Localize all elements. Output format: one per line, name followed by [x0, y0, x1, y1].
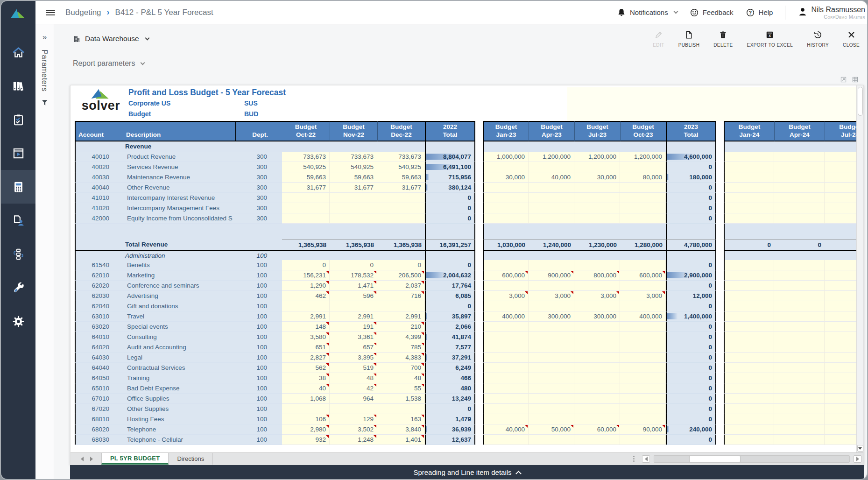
grid-cell[interactable]: 64020 — [75, 342, 123, 353]
close-button[interactable]: CLOSE — [843, 30, 860, 48]
grid-cell[interactable]: 715,956 — [425, 172, 475, 183]
sidebar-item-home[interactable] — [1, 35, 35, 69]
sidebar-item-tasks[interactable] — [1, 103, 35, 136]
grid-cell[interactable]: 1,290 — [282, 281, 330, 291]
grid-cell[interactable]: 210 — [377, 322, 425, 332]
grid-cell[interactable]: 100 — [235, 250, 282, 260]
edit-button[interactable]: EDIT — [653, 30, 664, 48]
grid-cell[interactable]: 6,249 — [425, 363, 475, 373]
grid-cell[interactable]: 3,000 — [574, 291, 620, 301]
grid-cell[interactable]: 64010 — [75, 332, 123, 342]
grid-cell[interactable] — [825, 435, 856, 445]
grid-cell[interactable] — [620, 250, 666, 260]
grid-cell[interactable] — [724, 414, 774, 424]
grid-cell[interactable]: 100 — [235, 394, 282, 404]
grid-cell[interactable] — [483, 250, 529, 260]
grid-cell[interactable]: 40,000 — [529, 172, 574, 183]
grid-cell[interactable]: 562 — [282, 363, 330, 373]
breadcrumb-section[interactable]: Budgeting — [65, 8, 101, 17]
grid-cell[interactable] — [529, 162, 574, 172]
grid-cell[interactable]: Product Revenue — [123, 152, 235, 162]
grid-cell[interactable]: 90,000 — [620, 424, 666, 435]
sheet-prev-icon[interactable] — [81, 457, 84, 461]
grid-cell[interactable]: 2,900,000 — [666, 270, 716, 281]
grid-view-icon[interactable] — [852, 76, 859, 83]
grid-cell[interactable] — [529, 353, 574, 363]
grid-cell[interactable]: 100 — [235, 383, 282, 394]
grid-cell[interactable] — [774, 342, 825, 353]
grid-cell[interactable] — [529, 183, 574, 193]
grid-cell[interactable] — [529, 203, 574, 213]
grid-cell[interactable] — [825, 373, 856, 383]
grid-cell[interactable]: 40040 — [75, 183, 123, 193]
grid-cell[interactable] — [825, 394, 856, 404]
grid-cell[interactable]: 4,399 — [377, 332, 425, 342]
vertical-scroll-thumb[interactable] — [858, 87, 863, 116]
grid-cell[interactable]: 40 — [282, 383, 330, 394]
horizontal-scroll-thumb[interactable] — [689, 456, 741, 462]
grid-cell[interactable] — [529, 322, 574, 332]
grid-cell[interactable] — [483, 260, 529, 270]
grid-cell[interactable] — [330, 301, 377, 311]
grid-cell[interactable] — [620, 353, 666, 363]
grid-cell[interactable]: 1,479 — [425, 414, 475, 424]
grid-cell[interactable] — [529, 193, 574, 203]
sidebar-item-assignments[interactable] — [1, 204, 35, 237]
grid-cell[interactable]: 300,000 — [574, 311, 620, 322]
grid-cell[interactable]: 0 — [666, 404, 716, 414]
grid-cell[interactable] — [529, 404, 574, 414]
grid-cell[interactable] — [574, 162, 620, 172]
grid-cell[interactable]: 480 — [425, 383, 475, 394]
grid-cell[interactable]: Consulting — [123, 332, 235, 342]
grid-cell[interactable]: 1,471 — [330, 281, 377, 291]
grid-cell[interactable]: 64040 — [75, 363, 123, 373]
grid-cell[interactable]: Gift and donations — [123, 301, 235, 311]
grid-cell[interactable]: 2,037 — [377, 281, 425, 291]
grid-cell[interactable] — [724, 193, 774, 203]
grid-cell[interactable] — [483, 322, 529, 332]
scrollbar-grip[interactable] — [633, 458, 635, 459]
grid-cell[interactable]: Hosting Fees — [123, 414, 235, 424]
grid-cell[interactable]: 100 — [235, 270, 282, 281]
grid-cell[interactable]: 4,600,000 — [666, 152, 716, 162]
grid-cell[interactable] — [825, 301, 856, 311]
grid-cell[interactable] — [574, 414, 620, 424]
grid-cell[interactable]: 0 — [425, 404, 475, 414]
grid-cell[interactable]: 0 — [330, 260, 377, 270]
grid-cell[interactable]: 3,502 — [330, 424, 377, 435]
grid-cell[interactable]: 100 — [235, 332, 282, 342]
grid-cell[interactable]: 67010 — [75, 394, 123, 404]
grid-cell[interactable]: 932 — [282, 435, 330, 445]
grid-cell[interactable]: 0 — [666, 342, 716, 353]
grid-cell[interactable] — [620, 193, 666, 203]
grid-cell[interactable]: 100 — [235, 404, 282, 414]
grid-cell[interactable]: 6,491,100 — [425, 162, 475, 172]
grid-cell[interactable] — [724, 162, 774, 172]
grid-cell[interactable] — [774, 172, 825, 183]
grid-cell[interactable] — [529, 224, 574, 240]
grid-cell[interactable]: 3,000 — [529, 291, 574, 301]
grid-cell[interactable] — [620, 183, 666, 193]
grid-cell[interactable] — [825, 291, 856, 301]
grid-cell[interactable]: 540,925 — [330, 162, 377, 172]
grid-cell[interactable]: 178,532 — [330, 270, 377, 281]
grid-cell[interactable]: 3,000 — [620, 291, 666, 301]
grid-cell[interactable] — [825, 424, 856, 435]
grid-cell[interactable]: Legal — [123, 353, 235, 363]
grid-cell[interactable]: 17,764 — [425, 281, 475, 291]
grid-cell[interactable] — [425, 250, 475, 260]
horizontal-scrollbar[interactable] — [654, 455, 850, 463]
grid-cell[interactable]: 800,000 — [574, 270, 620, 281]
grid-cell[interactable] — [724, 152, 774, 162]
grid-cell[interactable]: 100 — [235, 424, 282, 435]
publish-button[interactable]: PUBLISH — [678, 30, 700, 48]
grid-cell[interactable]: Advertising — [123, 291, 235, 301]
grid-cell[interactable]: 785 — [377, 342, 425, 353]
grid-cell[interactable]: 62020 — [75, 281, 123, 291]
grid-cell[interactable]: 1,365,938 — [330, 240, 377, 250]
grid-cell[interactable]: 1,248 — [330, 435, 377, 445]
grid-cell[interactable] — [574, 183, 620, 193]
grid-cell[interactable]: 400,000 — [620, 311, 666, 322]
grid-cell[interactable] — [774, 363, 825, 373]
grid-cell[interactable]: 3,395 — [330, 353, 377, 363]
